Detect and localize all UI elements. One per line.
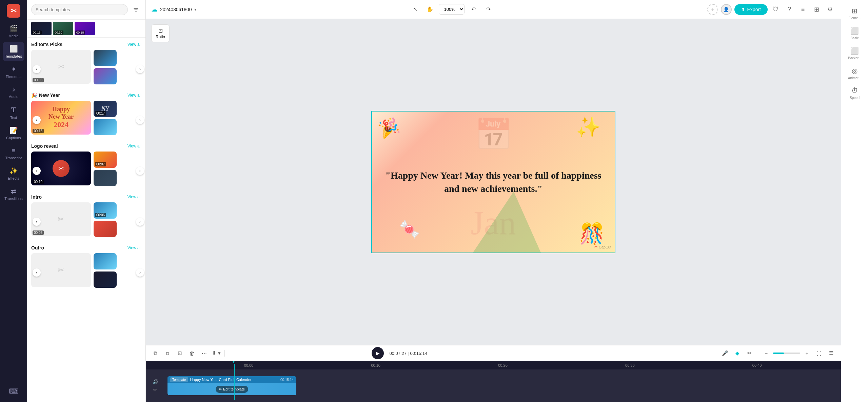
thumb-item[interactable]: 00:10 <box>53 22 73 35</box>
user-avatar[interactable]: 👤 <box>721 4 732 15</box>
caption-button[interactable]: ☰ <box>826 348 837 359</box>
view-all-button[interactable]: View all <box>127 144 141 148</box>
template-card[interactable] <box>94 170 117 186</box>
menu-icon-button[interactable]: ≡ <box>797 4 808 15</box>
play-button[interactable]: ▶ <box>372 347 384 359</box>
search-input[interactable] <box>31 4 128 15</box>
duration-badge: 00:06 <box>33 230 44 235</box>
effects-menu-button[interactable]: ⋯ <box>199 348 210 359</box>
sidebar-item-label: Elements <box>6 75 21 79</box>
sidebar-item-media[interactable]: 🎬 Media <box>3 22 24 41</box>
timeline-tracks: 🔊 ✏ Template Happy New Year Card Pink Ca… <box>146 369 841 402</box>
split-button[interactable]: ⧈ <box>162 348 173 359</box>
template-card[interactable] <box>94 50 117 66</box>
template-grid-logo-reveal: ‹ ✂ 00:10 00:07 › <box>27 152 145 190</box>
sidebar-item-effects[interactable]: ✨ Effects <box>3 164 24 183</box>
sidebar-item-templates[interactable]: ⬜ Templates <box>3 42 24 61</box>
canvas-frame[interactable]: ↻ 🎉 ✨ 📅 Jan "Happy New Year! May this ye… <box>371 111 615 253</box>
nav-right-arrow[interactable]: › <box>136 218 144 226</box>
zoom-selector[interactable]: 100% <box>439 4 465 15</box>
template-card-lr2[interactable]: 00:07 <box>94 152 117 168</box>
view-all-button[interactable]: View all <box>127 93 141 98</box>
filter-button[interactable] <box>131 4 141 15</box>
nav-right-arrow[interactable]: › <box>136 167 144 175</box>
nav-right-arrow[interactable]: › <box>136 268 144 277</box>
main-area: ☁ 202403061800 ▾ ↖ ✋ 100% ↶ ↷ + 👤 ⬆ Expo… <box>146 0 841 402</box>
layout-icon-button[interactable]: ⊞ <box>811 4 822 15</box>
project-dropdown-arrow[interactable]: ▾ <box>194 7 196 12</box>
nav-right-arrow[interactable]: › <box>136 116 144 124</box>
sidebar-item-text[interactable]: T Text <box>3 103 24 122</box>
duration-badge: 00:17 <box>95 111 106 116</box>
zoom-fill <box>773 353 784 354</box>
sidebar-item-transcript[interactable]: ≡ Transcript <box>3 144 24 163</box>
template-card-ny2[interactable]: NY 00:17 <box>94 101 117 117</box>
hand-tool-button[interactable]: ✋ <box>424 3 436 16</box>
sidebar-item-transitions[interactable]: ⇄ Transitions <box>3 184 24 203</box>
view-all-button[interactable]: View all <box>127 195 141 199</box>
right-panel-item-animate[interactable]: ◎ Animat... <box>843 64 866 83</box>
watermark: ✂ CapCut <box>594 245 611 249</box>
microphone-button[interactable]: 🎤 <box>720 348 731 359</box>
undo-button[interactable]: ↶ <box>467 3 479 16</box>
template-card[interactable] <box>94 68 117 84</box>
timeline-toolbar: ⧉ ⧈ ⊡ 🗑 ⋯ ⬇ ▾ ▶ 00:07:27 | 00:15:14 🎤 ◆ … <box>146 345 841 361</box>
audio-icon: ♪ <box>12 85 15 93</box>
nav-right-arrow[interactable]: › <box>136 65 144 73</box>
nav-left-arrow[interactable]: ‹ <box>33 268 41 277</box>
cut-button[interactable]: ✂ <box>744 348 755 359</box>
right-panel-item-basic[interactable]: ⬜ Basic <box>843 24 866 43</box>
settings-icon-button[interactable]: ⚙ <box>825 4 835 15</box>
ratio-button[interactable]: ⊡ Ratio <box>151 24 170 42</box>
right-panel-item-background[interactable]: ⬜ Backgr... <box>843 44 866 63</box>
captions-icon: 📝 <box>9 126 18 135</box>
template-card[interactable] <box>94 272 117 288</box>
clip-title: Happy New Year Card Pink Calender <box>190 378 252 382</box>
sidebar-item-elements[interactable]: ✦ Elements <box>3 62 24 81</box>
copy-frame-button[interactable]: ⧉ <box>150 348 161 359</box>
view-all-button[interactable]: View all <box>127 245 141 250</box>
templates-icon: ⬜ <box>9 45 18 53</box>
keyframe-button[interactable]: ◆ <box>732 348 743 359</box>
template-card-ou2[interactable] <box>94 253 117 269</box>
view-all-button[interactable]: View all <box>127 42 141 47</box>
top-toolbar: ☁ 202403061800 ▾ ↖ ✋ 100% ↶ ↷ + 👤 ⬆ Expo… <box>146 0 841 19</box>
zoom-track[interactable] <box>773 353 800 354</box>
track-edit-button[interactable]: ✏ <box>153 387 157 393</box>
help-icon-button[interactable]: ? <box>784 4 795 15</box>
nav-left-arrow[interactable]: ‹ <box>33 116 41 124</box>
right-panel-item-elements[interactable]: ⊞ Eleme... <box>843 4 866 23</box>
template-grid-editors-picks: ‹ ✂ 00:06 › <box>27 50 145 88</box>
shield-icon-button[interactable]: 🛡 <box>770 4 781 15</box>
fullscreen-button[interactable]: ⛶ <box>814 348 825 359</box>
search-bar <box>27 0 145 20</box>
right-panel-item-speed[interactable]: ⏱ Speed <box>843 84 866 102</box>
sidebar-item-label: Effects <box>8 176 19 180</box>
thumb-item[interactable]: 00:13 <box>31 22 52 35</box>
select-tool-button[interactable]: ↖ <box>409 3 421 16</box>
redo-button[interactable]: ↷ <box>482 3 494 16</box>
nav-left-arrow[interactable]: ‹ <box>33 167 41 175</box>
sidebar-item-audio[interactable]: ♪ Audio <box>3 83 24 101</box>
sidebar-item-more[interactable]: ⌨ <box>3 384 24 398</box>
template-card-in2[interactable]: 00:06 <box>94 202 117 219</box>
zoom-in-button[interactable]: + <box>802 348 812 359</box>
zoom-out-button[interactable]: − <box>761 348 772 359</box>
export-button[interactable]: ⬆ Export <box>734 4 768 15</box>
track-volume-button[interactable]: 🔊 <box>153 379 158 384</box>
thumb-item[interactable]: 00:18 <box>75 22 95 35</box>
duration-badge: 00:15 <box>33 129 44 133</box>
playhead[interactable] <box>234 364 235 400</box>
edit-template-button[interactable]: ✏ Edit template <box>216 386 248 393</box>
clip-block[interactable]: Template Happy New Year Card Pink Calend… <box>167 376 296 395</box>
nav-left-arrow[interactable]: ‹ <box>33 65 41 73</box>
template-card[interactable] <box>94 119 117 135</box>
delete-button[interactable]: 🗑 <box>186 348 197 359</box>
nav-left-arrow[interactable]: ‹ <box>33 218 41 226</box>
elements-icon: ✦ <box>11 65 17 73</box>
sidebar-item-captions[interactable]: 📝 Captions <box>3 124 24 143</box>
template-card[interactable] <box>94 221 117 237</box>
background-panel-icon: ⬜ <box>850 47 859 55</box>
crop-button[interactable]: ⊡ <box>174 348 185 359</box>
download-button[interactable]: ⬇ ▾ <box>211 348 222 359</box>
